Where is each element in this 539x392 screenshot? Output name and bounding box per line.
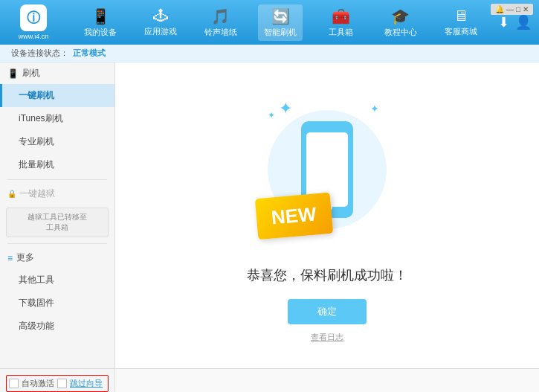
sidebar-item-advanced[interactable]: 高级功能: [0, 315, 114, 338]
nav-my-device[interactable]: 📱 我的设备: [78, 4, 123, 41]
nav-ringtone[interactable]: 🎵 铃声墙纸: [199, 4, 243, 41]
sidebar-flash-header: 📱 刷机: [0, 62, 114, 84]
sidebar-item-one-key-flash[interactable]: 一键刷机: [0, 84, 114, 107]
device-content-area: [115, 369, 539, 392]
flash-section-icon: 📱: [7, 68, 19, 79]
device-sidebar: 自动激活 跳过向导 📱 iPhone 15 Pro Max 512GB iPho…: [0, 369, 115, 392]
header: ⓘ www.i4.cn 📱 我的设备 🕹 应用游戏 🎵 铃声墙纸 🔄 智能刷机: [0, 0, 539, 45]
nav-apps-label: 应用游戏: [144, 26, 177, 37]
sidebar-divider-1: [7, 179, 107, 180]
sparkle-top: ✦: [279, 99, 292, 118]
nav-bar: 📱 我的设备 🕹 应用游戏 🎵 铃声墙纸 🔄 智能刷机 🧰 工具箱 🎓: [71, 4, 491, 41]
auto-activate-checkbox[interactable]: [9, 379, 19, 388]
device-bar: 自动激活 跳过向导 📱 iPhone 15 Pro Max 512GB iPho…: [0, 368, 539, 392]
more-section-icon: ≡: [7, 253, 13, 263]
nav-ringtone-label: 铃声墙纸: [204, 27, 237, 38]
logo: ⓘ www.i4.cn: [7, 4, 59, 40]
log-link[interactable]: 查看日志: [311, 332, 343, 343]
confirm-button[interactable]: 确定: [288, 299, 367, 324]
nav-toolbox-label: 工具箱: [329, 27, 353, 38]
main-layout: 📱 刷机 一键刷机 iTunes刷机 专业刷机 批量刷机 🔒 一键越狱: [0, 62, 539, 368]
lock-icon: 🔒: [7, 190, 16, 198]
auto-activate-label[interactable]: 自动激活: [22, 378, 54, 389]
sparkle-right: ✦: [370, 103, 379, 115]
nav-service[interactable]: 🖥 客服商城: [439, 4, 483, 41]
nav-service-label: 客服商城: [445, 26, 477, 37]
sidebar-item-itunes-flash[interactable]: iTunes刷机: [0, 107, 114, 130]
sidebar-item-pro-flash[interactable]: 专业刷机: [0, 130, 114, 153]
toolbox-icon: 🧰: [332, 7, 350, 25]
ringtone-icon: 🎵: [211, 7, 230, 25]
smart-flash-icon: 🔄: [271, 7, 290, 25]
nav-smart-flash[interactable]: 🔄 智能刷机: [258, 4, 303, 41]
status-bar: 设备连接状态： 正常模式: [0, 45, 539, 62]
sidebar-divider-2: [7, 243, 107, 244]
header-right: ⬇ 👤: [498, 14, 532, 30]
sparkle-small: ✦: [268, 110, 275, 121]
new-badge: NEW: [255, 193, 333, 240]
sidebar: 📱 刷机 一键刷机 iTunes刷机 专业刷机 批量刷机 🔒 一键越狱: [0, 62, 115, 368]
sidebar-more-header: ≡ 更多: [0, 247, 114, 269]
sidebar-item-download-firmware[interactable]: 下载固件: [0, 292, 114, 315]
nav-toolbox[interactable]: 🧰 工具箱: [318, 4, 363, 41]
nav-smart-flash-label: 智能刷机: [264, 27, 297, 38]
nav-my-device-label: 我的设备: [84, 27, 117, 38]
sidebar-jailbreak-disabled: 🔒 一键越狱: [0, 183, 114, 205]
sidebar-item-other-tools[interactable]: 其他工具: [0, 269, 114, 292]
service-icon: 🖥: [454, 7, 468, 25]
sidebar-more-label: 更多: [16, 251, 34, 264]
new-badge-text: NEW: [271, 202, 317, 228]
window-controls: 🔔 — □ ✕: [491, 4, 533, 15]
tutorial-icon: 🎓: [391, 7, 410, 25]
success-illustration: ✦ ✦ ✦ NEW: [253, 88, 401, 251]
status-mode: 正常模式: [73, 48, 106, 59]
auto-activate-row: 自动激活 跳过向导: [6, 375, 109, 392]
content-area: ✦ ✦ ✦ NEW 恭喜您，保料刷机成功啦！ 确: [115, 62, 539, 368]
skip-guide-label[interactable]: 跳过向导: [70, 378, 103, 389]
user-button[interactable]: 👤: [515, 14, 532, 30]
status-prefix: 设备连接状态：: [11, 48, 68, 59]
logo-subtext: www.i4.cn: [19, 33, 49, 40]
sidebar-item-batch-flash[interactable]: 批量刷机: [0, 153, 114, 176]
nav-tutorial-label: 教程中心: [384, 27, 417, 38]
my-device-icon: 📱: [91, 7, 110, 25]
sidebar-jailbreak-notice: 越狱工具已转移至工具箱: [6, 208, 109, 237]
nav-apps-games[interactable]: 🕹 应用游戏: [138, 4, 183, 41]
logo-icon: ⓘ: [20, 4, 47, 31]
download-button[interactable]: ⬇: [498, 14, 509, 30]
skip-guide-checkbox[interactable]: [57, 379, 67, 388]
nav-tutorial[interactable]: 🎓 教程中心: [378, 4, 423, 41]
sidebar-flash-label: 刷机: [22, 67, 40, 80]
success-message: 恭喜您，保料刷机成功啦！: [247, 266, 407, 284]
apps-icon: 🕹: [153, 7, 168, 25]
